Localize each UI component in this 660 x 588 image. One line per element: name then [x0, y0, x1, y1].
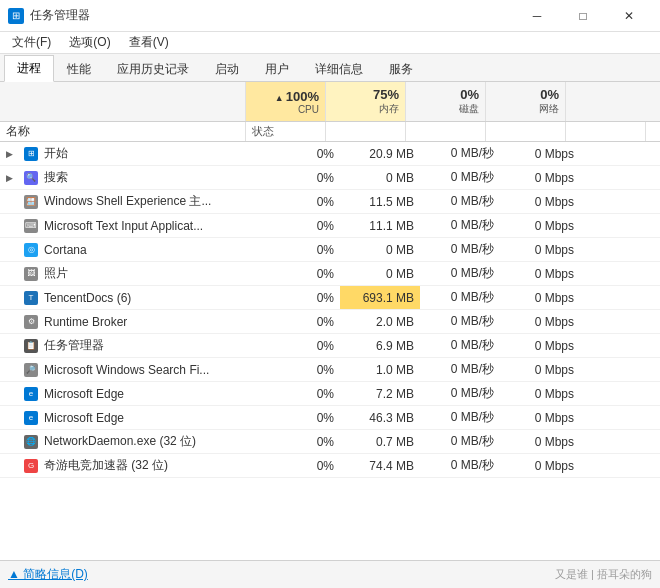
disk-cell: 0 MB/秒	[420, 262, 500, 285]
tabs: 进程 性能 应用历史记录 启动 用户 详细信息 服务	[0, 54, 660, 82]
menu-file[interactable]: 文件(F)	[4, 32, 59, 53]
network-cell: 0 Mbps	[500, 310, 580, 333]
expand-icon[interactable]: ▶	[6, 149, 18, 159]
memory-cell: 20.9 MB	[340, 142, 420, 165]
sub-header-net-empty	[566, 122, 646, 141]
table-row[interactable]: T TencentDocs (6) 0% 693.1 MB 0 MB/秒 0 M…	[0, 286, 660, 310]
table-row[interactable]: ⚙ Runtime Broker 0% 2.0 MB 0 MB/秒 0 Mbps	[0, 310, 660, 334]
process-name-label: TencentDocs (6)	[44, 291, 131, 305]
process-name-cell: 📋 任务管理器	[0, 334, 260, 357]
table-row[interactable]: ▶ ⊞ 开始 0% 20.9 MB 0 MB/秒 0 Mbps	[0, 142, 660, 166]
close-button[interactable]: ✕	[606, 0, 652, 32]
network-cell: 0 Mbps	[500, 262, 580, 285]
expand-icon[interactable]: ▶	[6, 173, 18, 183]
tab-app-history[interactable]: 应用历史记录	[104, 56, 202, 82]
table-body: ▶ ⊞ 开始 0% 20.9 MB 0 MB/秒 0 Mbps ▶ 🔍 搜索 0…	[0, 142, 660, 560]
disk-cell: 0 MB/秒	[420, 382, 500, 405]
menu-options[interactable]: 选项(O)	[61, 32, 118, 53]
process-name-cell: ⌨ Microsoft Text Input Applicat...	[0, 214, 260, 237]
app-title: 任务管理器	[30, 7, 90, 24]
process-icon: e	[24, 387, 38, 401]
network-cell: 0 Mbps	[500, 358, 580, 381]
col-header-name[interactable]	[0, 82, 246, 121]
table-row[interactable]: 🖼 照片 0% 0 MB 0 MB/秒 0 Mbps	[0, 262, 660, 286]
process-name-cell: G 奇游电竞加速器 (32 位)	[0, 454, 260, 477]
network-cell: 0 Mbps	[500, 190, 580, 213]
sub-header-disk-empty	[486, 122, 566, 141]
disk-cell: 0 MB/秒	[420, 310, 500, 333]
process-icon: ⊞	[24, 147, 38, 161]
disk-cell: 0 MB/秒	[420, 454, 500, 477]
tab-services[interactable]: 服务	[376, 56, 426, 82]
col-header-disk[interactable]: 0% 磁盘	[406, 82, 486, 121]
cpu-cell: 0%	[260, 286, 340, 309]
tab-startup[interactable]: 启动	[202, 56, 252, 82]
table-row[interactable]: ▶ 🔍 搜索 0% 0 MB 0 MB/秒 0 Mbps	[0, 166, 660, 190]
network-cell: 0 Mbps	[500, 142, 580, 165]
process-icon: 🖼	[24, 267, 38, 281]
network-cell: 0 Mbps	[500, 238, 580, 261]
disk-cell: 0 MB/秒	[420, 358, 500, 381]
disk-cell: 0 MB/秒	[420, 166, 500, 189]
minimize-button[interactable]: ─	[514, 0, 560, 32]
sub-header-name: 名称	[0, 122, 246, 141]
tab-details[interactable]: 详细信息	[302, 56, 376, 82]
app-icon: ⊞	[8, 8, 24, 24]
process-name-label: Microsoft Edge	[44, 387, 124, 401]
process-icon: 🔍	[24, 171, 38, 185]
process-icon: ⌨	[24, 219, 38, 233]
cpu-cell: 0%	[260, 382, 340, 405]
table-row[interactable]: 🔎 Microsoft Windows Search Fi... 0% 1.0 …	[0, 358, 660, 382]
col-header-cpu[interactable]: ▲100% CPU	[246, 82, 326, 121]
process-name-cell: 🔎 Microsoft Windows Search Fi...	[0, 358, 260, 381]
tab-performance[interactable]: 性能	[54, 56, 104, 82]
process-name-label: 奇游电竞加速器 (32 位)	[44, 457, 168, 474]
cpu-cell: 0%	[260, 334, 340, 357]
table-row[interactable]: e Microsoft Edge 0% 46.3 MB 0 MB/秒 0 Mbp…	[0, 406, 660, 430]
cpu-cell: 0%	[260, 406, 340, 429]
table-row[interactable]: ◎ Cortana 0% 0 MB 0 MB/秒 0 Mbps	[0, 238, 660, 262]
cpu-cell: 0%	[260, 190, 340, 213]
cpu-cell: 0%	[260, 310, 340, 333]
tab-users[interactable]: 用户	[252, 56, 302, 82]
cpu-cell: 0%	[260, 430, 340, 453]
memory-cell: 11.5 MB	[340, 190, 420, 213]
process-icon: ◎	[24, 243, 38, 257]
process-icon: e	[24, 411, 38, 425]
table-row[interactable]: G 奇游电竞加速器 (32 位) 0% 74.4 MB 0 MB/秒 0 Mbp…	[0, 454, 660, 478]
process-icon: 🪟	[24, 195, 38, 209]
network-cell: 0 Mbps	[500, 166, 580, 189]
memory-cell: 0 MB	[340, 238, 420, 261]
process-icon: 🌐	[24, 435, 38, 449]
menu-view[interactable]: 查看(V)	[121, 32, 177, 53]
memory-cell: 0 MB	[340, 166, 420, 189]
col-header-memory[interactable]: 75% 内存	[326, 82, 406, 121]
process-name-label: NetworkDaemon.exe (32 位)	[44, 433, 196, 450]
network-cell: 0 Mbps	[500, 334, 580, 357]
cpu-cell: 0%	[260, 454, 340, 477]
process-icon: 🔎	[24, 363, 38, 377]
sub-header-status: 状态	[246, 122, 326, 141]
maximize-button[interactable]: □	[560, 0, 606, 32]
status-link[interactable]: ▲ 简略信息(D)	[8, 566, 88, 583]
process-name-label: 搜索	[44, 169, 68, 186]
cpu-cell: 0%	[260, 358, 340, 381]
process-name-cell: T TencentDocs (6)	[0, 286, 260, 309]
memory-cell: 2.0 MB	[340, 310, 420, 333]
process-name-label: Cortana	[44, 243, 87, 257]
table-row[interactable]: 📋 任务管理器 0% 6.9 MB 0 MB/秒 0 Mbps	[0, 334, 660, 358]
tab-processes[interactable]: 进程	[4, 55, 54, 82]
process-name-cell: ▶ 🔍 搜索	[0, 166, 260, 189]
disk-cell: 0 MB/秒	[420, 286, 500, 309]
table-row[interactable]: e Microsoft Edge 0% 7.2 MB 0 MB/秒 0 Mbps	[0, 382, 660, 406]
disk-cell: 0 MB/秒	[420, 406, 500, 429]
table-row[interactable]: ⌨ Microsoft Text Input Applicat... 0% 11…	[0, 214, 660, 238]
table-row[interactable]: 🪟 Windows Shell Experience 主... 0% 11.5 …	[0, 190, 660, 214]
process-icon: T	[24, 291, 38, 305]
memory-cell: 0.7 MB	[340, 430, 420, 453]
table-row[interactable]: 🌐 NetworkDaemon.exe (32 位) 0% 0.7 MB 0 M…	[0, 430, 660, 454]
col-header-network[interactable]: 0% 网络	[486, 82, 566, 121]
cpu-cell: 0%	[260, 262, 340, 285]
memory-cell: 46.3 MB	[340, 406, 420, 429]
process-name-label: 任务管理器	[44, 337, 104, 354]
